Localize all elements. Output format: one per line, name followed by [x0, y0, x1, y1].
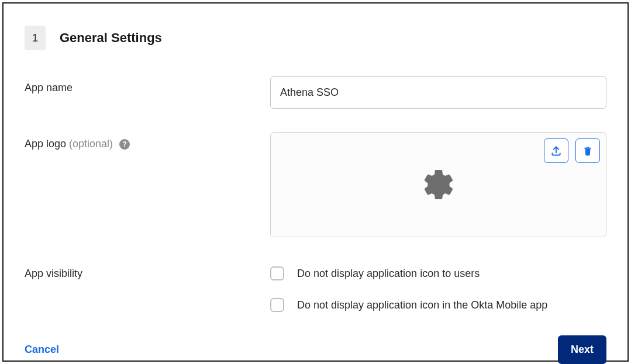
step-title: General Settings — [60, 30, 162, 46]
app-visibility-label: App visibility — [25, 266, 270, 280]
app-visibility-row: App visibility Do not display applicatio… — [25, 266, 606, 312]
upload-icon — [550, 145, 562, 157]
delete-logo-button[interactable] — [575, 138, 600, 163]
next-button[interactable]: Next — [558, 335, 606, 364]
step-header: 1 General Settings — [25, 26, 606, 50]
app-name-row: App name — [25, 76, 606, 109]
visibility-checkbox-mobile[interactable] — [270, 298, 284, 312]
trash-icon — [582, 145, 593, 157]
step-number-badge: 1 — [25, 26, 46, 50]
help-icon[interactable]: ? — [119, 139, 130, 150]
app-logo-label-text: App logo — [25, 138, 69, 150]
app-logo-row: App logo (optional) ? — [25, 132, 606, 237]
app-name-input[interactable] — [270, 76, 606, 109]
visibility-label-mobile[interactable]: Do not display application icon in the O… — [297, 299, 547, 311]
visibility-checkbox-users[interactable] — [270, 266, 284, 280]
upload-logo-button[interactable] — [544, 138, 568, 163]
visibility-label-users[interactable]: Do not display application icon to users — [297, 268, 480, 280]
app-logo-preview — [270, 132, 606, 237]
cancel-button[interactable]: Cancel — [25, 344, 59, 356]
app-name-label: App name — [25, 76, 270, 94]
app-logo-label: App logo (optional) ? — [25, 132, 270, 150]
footer: Cancel Next — [25, 335, 606, 364]
app-logo-optional-text: (optional) — [69, 138, 113, 150]
gear-icon — [421, 167, 456, 202]
general-settings-panel: 1 General Settings App name App logo (op… — [2, 2, 629, 362]
